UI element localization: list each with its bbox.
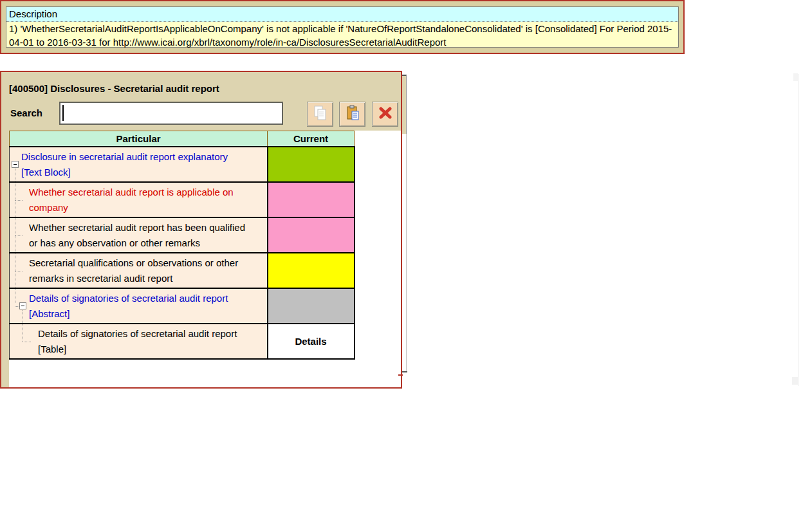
column-header-particular: Particular [10,131,268,147]
current-cell[interactable] [268,288,355,324]
validation-message: 1) 'WhetherSecretarialAuditReportIsAppli… [6,22,678,49]
text-caret [62,105,64,121]
tree-line [15,306,19,307]
red-x-icon [378,107,392,122]
current-cell[interactable] [268,147,355,182]
table-row: Whether secretarial audit report is appl… [10,182,355,217]
background-window-edge [402,134,407,372]
search-input[interactable] [59,102,283,125]
table-row: Disclosure in secretarial audit report e… [10,147,355,182]
screen: { "description_panel": { "title": "Descr… [0,0,812,505]
row-label[interactable]: Details of signatories of secretarial au… [29,293,228,319]
tree-line [15,289,15,303]
tree-line [23,310,23,324]
tree-line [15,218,15,252]
row-label-cell[interactable]: Whether secretarial audit report is appl… [10,182,268,217]
background-window-artifact [793,73,798,81]
disclosures-table: Particular Current Disclosure in secreta… [9,131,355,360]
current-cell[interactable]: Details [268,324,355,359]
row-label[interactable]: Secretarial qualifications or observatio… [29,257,238,284]
row-label-cell[interactable]: Disclosure in secretarial audit report e… [10,147,268,182]
row-label-cell[interactable]: Details of signatories of secretarial au… [10,288,268,324]
description-panel: Description 1) 'WhetherSecretarialAuditR… [0,0,685,54]
description-box: Description 1) 'WhetherSecretarialAuditR… [6,6,679,48]
tree-line [15,235,23,236]
clear-button[interactable] [372,102,398,127]
tree-line [15,200,23,201]
tree-expander-minus-icon[interactable] [19,302,26,309]
row-label[interactable]: Whether secretarial audit report has bee… [29,222,245,248]
current-cell[interactable] [268,182,355,217]
tree-line [23,324,23,342]
tree-line [15,253,15,288]
row-label-cell[interactable]: Secretarial qualifications or observatio… [10,253,268,288]
table-row: Details of signatories of secretarial au… [10,324,355,359]
background-window-artifact [792,377,798,385]
row-label-cell[interactable]: Details of signatories of secretarial au… [10,324,268,359]
row-label[interactable]: Details of signatories of secretarial au… [38,328,237,354]
tree-line [23,342,31,342]
table-container: Particular Current Disclosure in secreta… [9,131,401,387]
row-label[interactable]: Disclosure in secretarial audit report e… [21,151,228,178]
table-row: Secretarial qualifications or observatio… [10,253,355,288]
clipboard-paste-icon [345,105,360,124]
current-cell[interactable] [268,217,355,253]
row-label[interactable]: Whether secretarial audit report is appl… [29,187,234,213]
background-window-edge [798,74,798,386]
document-copy-icon [313,105,328,124]
row-label-cell[interactable]: Whether secretarial audit report has bee… [10,217,268,253]
page-title: [400500] Disclosures - Secretarial audit… [9,83,219,94]
description-title: Description [6,7,678,22]
current-cell[interactable] [268,253,355,288]
background-window-tick [398,374,403,376]
table-body: Disclosure in secretarial audit report e… [10,147,355,359]
table-row: Whether secretarial audit report has bee… [10,217,355,253]
tree-line [15,169,15,182]
tree-line [15,183,15,217]
table-header-row: Particular Current [10,131,355,147]
search-label: Search [10,107,42,118]
column-header-current: Current [268,131,355,147]
disclosures-panel: [400500] Disclosures - Secretarial audit… [0,71,402,389]
background-window-tick [402,371,407,372]
tree-expander-minus-icon[interactable] [12,161,19,168]
paste-button[interactable] [339,102,365,127]
copy-button[interactable] [307,102,333,127]
table-row: Details of signatories of secretarial au… [10,288,355,324]
tree-line [15,271,23,271]
background-window-edge [402,75,407,135]
